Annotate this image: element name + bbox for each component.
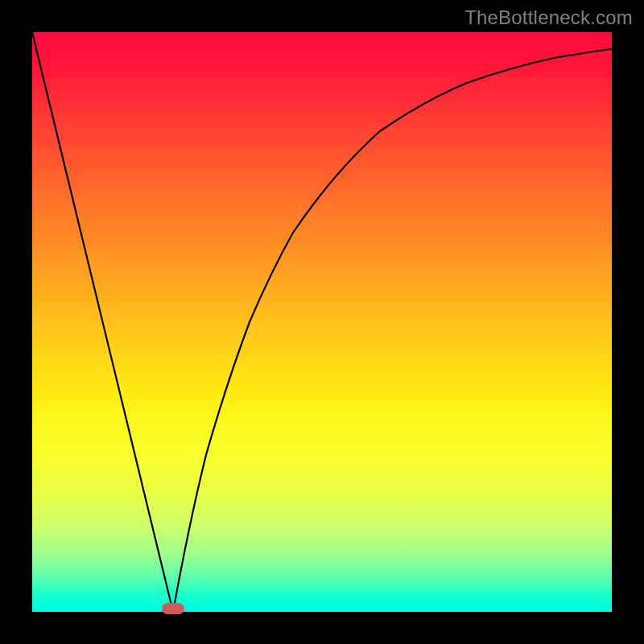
chart-frame: TheBottleneck.com — [0, 0, 644, 644]
bottleneck-curve — [32, 32, 612, 612]
optimal-marker — [162, 603, 184, 614]
curve-path — [32, 32, 612, 612]
watermark-text: TheBottleneck.com — [464, 6, 633, 29]
plot-area — [32, 32, 612, 612]
